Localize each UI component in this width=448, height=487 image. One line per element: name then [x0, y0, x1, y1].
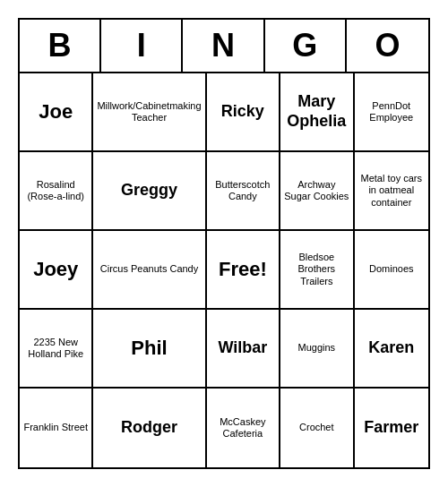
bingo-cell: PennDot Employee [355, 73, 428, 152]
header-letter: G [265, 20, 347, 72]
bingo-cell: Franklin Street [20, 389, 93, 467]
header-letter: B [20, 20, 101, 72]
bingo-cell: 2235 New Holland Pike [20, 310, 93, 389]
bingo-cell: Metal toy cars in oatmeal container [355, 152, 428, 231]
bingo-cell: Joey [20, 231, 93, 310]
bingo-cell: Free! [207, 231, 280, 310]
bingo-cell: Karen [355, 310, 428, 389]
bingo-cell: Butterscotch Candy [207, 152, 280, 231]
bingo-cell: McCaskey Cafeteria [207, 389, 280, 467]
bingo-cell: Muggins [280, 310, 354, 389]
bingo-grid: JoeMillwork/Cabinetmaking TeacherRickyMa… [20, 73, 428, 467]
bingo-header: BINGO [20, 20, 428, 73]
header-letter: I [101, 20, 183, 72]
bingo-cell: Wilbar [207, 310, 280, 389]
bingo-cell: Ricky [207, 73, 280, 152]
bingo-cell: Greggy [93, 152, 206, 231]
header-letter: O [347, 20, 428, 72]
bingo-cell: Rosalind (Rose-a-lind) [20, 152, 93, 231]
bingo-cell: Farmer [355, 389, 428, 467]
bingo-cell: Bledsoe Brothers Trailers [280, 231, 354, 310]
bingo-cell: Rodger [93, 389, 206, 467]
bingo-cell: Circus Peanuts Candy [93, 231, 206, 310]
bingo-cell: Phil [93, 310, 206, 389]
header-letter: N [183, 20, 264, 72]
bingo-cell: Dominoes [355, 231, 428, 310]
bingo-cell: Joe [20, 73, 93, 152]
bingo-cell: Crochet [280, 389, 354, 467]
bingo-cell: Archway Sugar Cookies [280, 152, 354, 231]
bingo-cell: Mary Ophelia [280, 73, 354, 152]
bingo-card: BINGO JoeMillwork/Cabinetmaking TeacherR… [18, 18, 430, 469]
bingo-cell: Millwork/Cabinetmaking Teacher [93, 73, 206, 152]
